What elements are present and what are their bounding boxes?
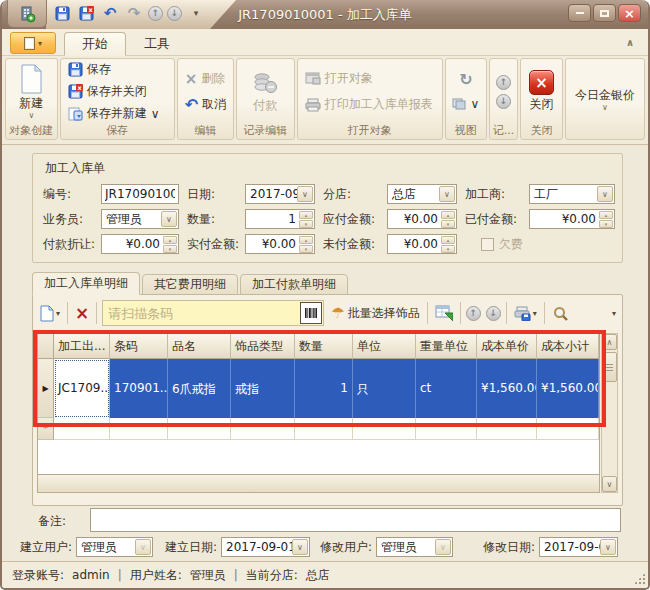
spin-up-icon[interactable]: ▴ [441,211,455,219]
grid-column-header[interactable]: 饰品类型 [231,334,295,359]
salesman-combo[interactable]: 管理员∨ [101,209,179,229]
created-by-combo[interactable]: 管理员∨ [76,537,153,557]
grid-column-header[interactable]: 数量 [295,334,353,359]
collapse-ribbon-button[interactable]: ∧ [626,37,634,48]
refresh-button[interactable]: ↻ [456,70,475,90]
grid-column-header[interactable]: 品名 [168,334,231,359]
grid-cell[interactable]: 只 [353,359,416,418]
chevron-down-icon[interactable]: ∨ [161,211,177,227]
modified-date-combo[interactable]: 2017-09-01∨ [539,537,618,557]
resize-grip[interactable] [634,573,645,584]
save-and-close-ribbon-button[interactable]: x 保存并关闭 [65,82,170,102]
spin-down-icon[interactable]: ▾ [599,220,613,228]
close-window-button[interactable]: × [618,4,641,22]
spin-up-icon[interactable]: ▴ [599,211,613,219]
paid-spinner[interactable]: ¥0.00▴▾ [529,209,615,229]
search-button[interactable] [550,301,571,325]
previous-record-button[interactable]: ↑ [496,75,511,90]
spin-down-icon[interactable]: ▾ [299,220,313,228]
scroll-up-button[interactable]: ∧ [602,334,617,350]
discount-spinner[interactable]: ¥0.00▴▾ [101,234,179,254]
minimize-button[interactable] [568,4,591,22]
modified-by-combo[interactable]: 管理员∨ [376,537,453,557]
unpaid-spinner[interactable]: ¥0.00▴▾ [387,234,457,254]
scrollbar-track[interactable] [602,384,617,476]
application-menu-button[interactable]: ▾ [10,32,56,54]
spin-down-icon[interactable]: ▾ [441,220,455,228]
tab-start[interactable]: 开始 [64,32,126,56]
spin-up-icon[interactable]: ▴ [441,236,455,244]
print-report-button[interactable]: 打印加工入库单报表 [302,95,438,115]
chevron-down-icon[interactable]: ∨ [439,186,455,202]
date-combo[interactable]: 2017-09-01∨ [245,184,315,204]
spin-up-icon[interactable]: ▴ [299,236,313,244]
row-up-button[interactable]: ↑ [466,306,481,321]
delete-row-button[interactable]: × [73,301,91,325]
processor-combo[interactable]: 工厂∨ [529,184,615,204]
remark-input[interactable] [90,508,621,532]
delete-button[interactable]: × 删除 [182,69,229,89]
tab-entry-detail[interactable]: 加工入库单明细 [32,272,140,295]
today-gold-price-button[interactable]: 今日金银价 ∨ [571,85,639,113]
grid-cell[interactable]: ¥1,560.00 [477,359,537,418]
branch-combo[interactable]: 总店∨ [387,184,457,204]
grid-column-header[interactable]: 成本单价 [477,334,537,359]
row-down-button[interactable]: ↓ [486,306,501,321]
arrears-checkbox[interactable]: 欠费 [481,236,523,253]
chevron-down-icon[interactable]: ∨ [600,539,616,555]
next-record-button[interactable]: ↓ [496,94,511,109]
grid-cell[interactable]: 1 [295,359,353,418]
grid-cell[interactable]: 戒指 [231,359,295,418]
grid-cell[interactable]: JC1709... [54,359,110,418]
open-object-button[interactable]: 打开对象 [302,69,438,89]
close-form-button[interactable]: × 关闭 [525,68,558,115]
triangle-down-icon[interactable]: ▾ [533,309,537,318]
no-input[interactable] [101,184,179,204]
tab-other-fee-detail[interactable]: 其它费用明细 [142,274,238,295]
spin-down-icon[interactable]: ▾ [299,245,313,253]
view-windows-button[interactable]: ∨ [449,94,482,114]
scrollbar-thumb[interactable] [602,352,617,382]
grid-data-row[interactable]: ▶JC1709...170901...6爪戒指戒指1只ct¥1,560.00¥1… [38,359,599,418]
actual-spinner[interactable]: ¥0.00▴▾ [245,234,315,254]
grid-column-header[interactable]: 单位 [353,334,416,359]
scan-barcode-input[interactable] [103,301,300,325]
row-selector[interactable]: ▶ [38,359,54,418]
chevron-down-icon[interactable]: ∨ [292,539,308,555]
add-row-button[interactable]: ▾ [37,301,62,325]
grid-new-row[interactable]: * [38,418,599,440]
triangle-down-icon[interactable]: ▾ [56,309,60,318]
spin-down-icon[interactable]: ▾ [163,245,177,253]
save-and-new-ribbon-button[interactable]: 保存并新建 ∨ [65,104,170,124]
grid-cell-empty[interactable] [477,418,537,440]
grid-cell-empty[interactable] [537,418,599,440]
payment-button[interactable]: 付款 [248,68,282,116]
grid-column-header[interactable]: 条码 [110,334,168,359]
title-bar[interactable]: x ↶ ↷ ↑ ↓ ▾ JR1709010001 - 加工入库单 × [2,0,648,29]
grid-corner-cell[interactable] [38,334,54,359]
grid-cell-empty[interactable] [416,418,477,440]
select-from-list-button[interactable] [433,301,455,325]
spin-up-icon[interactable]: ▴ [163,236,177,244]
grid-cell[interactable]: ct [416,359,477,418]
chevron-down-icon[interactable]: ∨ [597,186,613,202]
barcode-button[interactable] [300,302,322,324]
created-date-combo[interactable]: 2017-09-01∨ [221,537,310,557]
payable-spinner[interactable]: ¥0.00▴▾ [387,209,457,229]
grid-cell-empty[interactable] [231,418,295,440]
cancel-button[interactable]: ↶ 取消 [182,95,229,115]
new-button[interactable]: 新建 ∨ [15,62,47,121]
grid-column-header[interactable]: 重量单位 [416,334,477,359]
scroll-down-button[interactable]: ∨ [602,476,617,492]
grid-column-header[interactable]: 加工出... [54,334,110,359]
save-ribbon-button[interactable]: 保存 [65,60,170,80]
toolbar-overflow-button[interactable]: ▾ [608,301,618,325]
grid-cell[interactable]: 170901... [110,359,168,418]
tab-tools[interactable]: 工具 [126,32,188,56]
batch-select-button[interactable]: ☂ 批量选择饰品 [329,301,421,325]
grid-cell-empty[interactable] [353,418,416,440]
grid-cell-empty[interactable] [110,418,168,440]
qty-spinner[interactable]: 1▴▾ [245,209,315,229]
vertical-scrollbar[interactable]: ∧ ∨ [601,333,618,493]
maximize-button[interactable] [593,4,616,22]
